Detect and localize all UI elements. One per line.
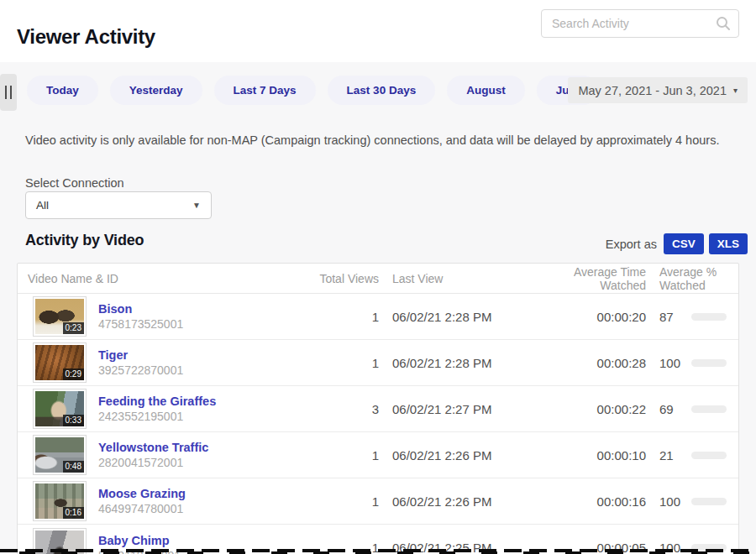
video-id: 2423552195001 (98, 410, 183, 423)
avg-percent-cell: 87 (646, 310, 728, 324)
section-title: Activity by Video (25, 232, 144, 249)
video-table-body: 0:23 Bison 4758173525001 1 06/02/21 2:28… (18, 294, 738, 554)
table-row: 0:16 Moose Grazing 4649974780001 1 06/02… (18, 478, 738, 525)
duration-badge: 0:16 (63, 507, 84, 519)
last-view-value: 06/02/21 2:26 PM (379, 494, 532, 509)
quick-filter-yesterday[interactable]: Yesterday (110, 76, 202, 105)
table-header-row: Video Name & ID Total Views Last View Av… (18, 264, 738, 294)
duration-badge: 0:33 (63, 415, 84, 426)
last-view-value: 06/02/21 2:28 PM (379, 356, 532, 370)
video-id: 4649974780001 (98, 502, 183, 515)
video-name-link[interactable]: Baby Chimp (98, 533, 181, 548)
video-name-link[interactable]: Moose Grazing (98, 486, 186, 501)
quick-filters: TodayYesterdayLast 7 DaysLast 30 DaysAug… (27, 76, 598, 105)
filter-row: TodayYesterdayLast 7 DaysLast 30 DaysAug… (0, 74, 756, 107)
quick-filter-august[interactable]: August (447, 76, 525, 105)
video-name-cell: 0:29 Tiger 3925722870001 (28, 342, 305, 383)
col-header-avg-percent: Average % Watched (646, 265, 728, 292)
activity-table: Video Name & ID Total Views Last View Av… (17, 263, 739, 554)
quick-filter-last-30-days[interactable]: Last 30 Days (328, 76, 436, 105)
drag-handle-icon[interactable] (0, 74, 17, 111)
total-views-value: 1 (305, 356, 379, 370)
percent-watched-value: 21 (659, 448, 681, 463)
avg-percent-cell: 100 (646, 494, 728, 509)
video-id: 4758173525001 (98, 317, 183, 331)
avg-time-watched-value: 00:00:16 (532, 494, 646, 509)
video-name-link[interactable]: Bison (98, 301, 183, 316)
video-id: 2820041572001 (98, 456, 183, 469)
avg-percent-cell: 100 (646, 356, 728, 370)
video-name-cell: 0:48 Yellowstone Traffic 2820041572001 (28, 435, 305, 475)
percent-watched-value: 100 (659, 494, 681, 509)
connection-label: Select Connection (25, 176, 124, 190)
duration-badge: 0:23 (63, 322, 84, 334)
video-thumbnail[interactable]: 0:48 (33, 435, 87, 475)
last-view-value: 06/02/21 2:26 PM (379, 448, 532, 463)
last-view-value: 06/02/21 2:27 PM (379, 402, 532, 416)
screenshot-torn-edge (0, 546, 756, 554)
export-as-label: Export as (606, 238, 657, 251)
date-range-value: May 27, 2021 - Jun 3, 2021 (578, 84, 727, 97)
video-name-link[interactable]: Tiger (98, 348, 183, 363)
col-header-last-view: Last View (379, 272, 532, 285)
avg-time-watched-value: 00:00:20 (532, 310, 646, 324)
video-thumbnail[interactable]: 0:33 (33, 389, 87, 429)
table-row: 0:33 Feeding the Giraffes 2423552195001 … (18, 386, 738, 432)
video-thumbnail[interactable]: 0:16 (33, 481, 87, 521)
quick-filter-last-7-days[interactable]: Last 7 Days (214, 76, 316, 105)
col-header-avg-time: Average Time Watched (532, 265, 646, 292)
table-row: 0:29 Tiger 3925722870001 1 06/02/21 2:28… (18, 340, 738, 386)
video-name-cell: 0:33 Feeding the Giraffes 2423552195001 (28, 389, 305, 429)
quick-filter-today[interactable]: Today (27, 76, 98, 105)
video-name-cell: 0:23 Bison 4758173525001 (28, 296, 305, 337)
duration-badge: 0:29 (63, 368, 84, 380)
video-id: 3925722870001 (98, 363, 183, 377)
video-thumbnail[interactable]: 0:29 (33, 342, 87, 383)
percent-watched-bar (691, 359, 727, 367)
percent-watched-bar (691, 313, 727, 321)
connection-selected-value: All (36, 199, 49, 212)
search-icon[interactable] (715, 15, 732, 32)
total-views-value: 1 (305, 494, 379, 509)
video-name-link[interactable]: Yellowstone Traffic (98, 440, 208, 455)
export-xls-button[interactable]: XLS (709, 233, 748, 254)
export-group: Export as CSV XLS (606, 233, 748, 254)
search-input[interactable] (552, 17, 715, 30)
top-bar: Viewer Activity (0, 0, 756, 62)
last-view-value: 06/02/21 2:28 PM (379, 310, 532, 324)
avg-percent-cell: 69 (646, 402, 728, 416)
table-row: 0:48 Yellowstone Traffic 2820041572001 1… (18, 432, 738, 478)
avg-time-watched-value: 00:00:22 (532, 402, 646, 416)
total-views-value: 3 (305, 402, 379, 416)
total-views-value: 1 (305, 310, 379, 324)
total-views-value: 1 (305, 448, 379, 463)
percent-watched-bar (691, 452, 727, 459)
avg-percent-cell: 21 (646, 448, 728, 463)
percent-watched-value: 69 (659, 402, 681, 416)
caret-down-icon: ▼ (192, 201, 201, 210)
video-name-link[interactable]: Feeding the Giraffes (98, 394, 216, 409)
search-box[interactable] (541, 9, 739, 38)
percent-watched-bar (691, 405, 727, 413)
avg-time-watched-value: 00:00:10 (532, 448, 646, 463)
page-title: Viewer Activity (17, 25, 155, 49)
col-header-total-views: Total Views (305, 272, 379, 285)
video-thumbnail[interactable]: 0:23 (33, 296, 87, 337)
notice-text: Video activity is only available for non… (25, 133, 731, 147)
section-head: Activity by Video Export as CSV XLS (0, 232, 756, 255)
percent-watched-bar (691, 498, 727, 505)
duration-badge: 0:48 (63, 461, 84, 473)
col-header-video-name: Video Name & ID (28, 272, 305, 285)
avg-time-watched-value: 00:00:28 (532, 356, 646, 370)
percent-watched-value: 87 (659, 310, 681, 324)
caret-down-icon: ▾ (733, 86, 738, 95)
video-name-cell: 0:16 Moose Grazing 4649974780001 (28, 481, 305, 521)
connection-select[interactable]: All ▼ (25, 191, 212, 219)
export-csv-button[interactable]: CSV (664, 233, 704, 254)
table-row: 0:23 Bison 4758173525001 1 06/02/21 2:28… (18, 294, 738, 340)
date-range-picker[interactable]: May 27, 2021 - Jun 3, 2021 ▾ (568, 77, 748, 103)
percent-watched-value: 100 (659, 356, 681, 370)
